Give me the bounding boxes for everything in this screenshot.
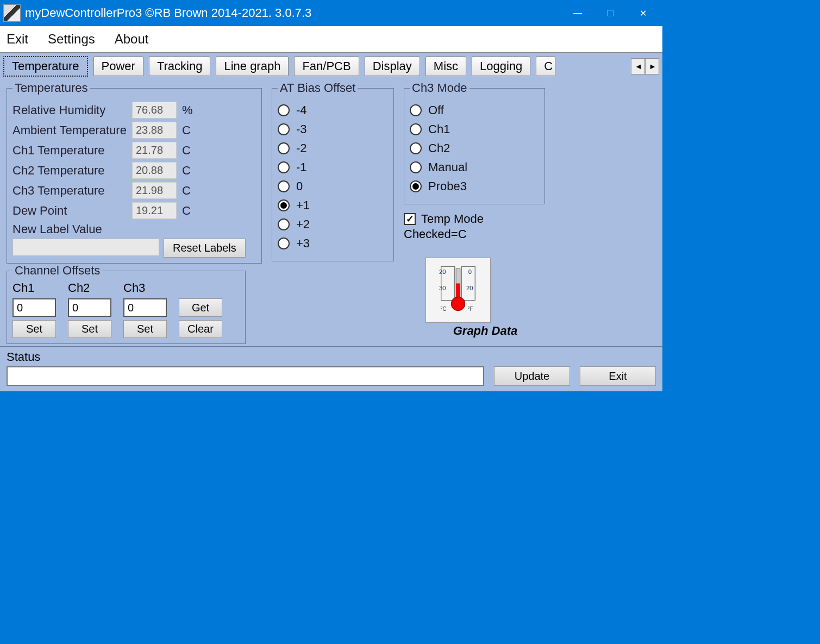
graph-data-label: Graph Data — [425, 324, 545, 338]
atbias-opt-m3[interactable]: -3 — [278, 122, 388, 136]
at-value: 23.88 — [132, 122, 177, 139]
atbias-opt-p2[interactable]: +2 — [278, 217, 388, 232]
exit-button[interactable]: Exit — [580, 366, 656, 386]
atbias-opt-m4[interactable]: -4 — [278, 103, 388, 117]
menu-settings[interactable]: Settings — [48, 32, 95, 47]
tempmode-checkbox[interactable]: Temp Mode — [404, 212, 545, 226]
ch3-label: Ch3 Temperature — [12, 184, 132, 198]
svg-text:20: 20 — [439, 268, 446, 275]
ch3mode-legend: Ch3 Mode — [410, 81, 470, 95]
maximize-button[interactable]: ☐ — [594, 2, 627, 24]
at-unit: C — [182, 123, 191, 137]
offset-ch1-input[interactable] — [12, 298, 56, 317]
ch3-value: 21.98 — [132, 182, 177, 199]
offset-ch3-label: Ch3 — [123, 281, 167, 295]
svg-point-4 — [452, 297, 465, 311]
rh-value: 76.68 — [132, 102, 177, 118]
atbias-opt-0[interactable]: 0 — [278, 179, 388, 193]
atbias-group: AT Bias Offset -4 -3 -2 -1 0 +1 +2 +3 — [272, 81, 394, 261]
dp-unit: C — [182, 204, 191, 218]
svg-text:20: 20 — [466, 285, 473, 291]
newlabel-input[interactable] — [12, 239, 159, 256]
reset-labels-button[interactable]: Reset Labels — [164, 239, 246, 258]
menu-about[interactable]: About — [115, 32, 149, 47]
offset-ch2-set[interactable]: Set — [68, 320, 111, 338]
tab-fanpcb[interactable]: Fan/PCB — [294, 57, 359, 76]
svg-text:30: 30 — [439, 285, 446, 291]
tab-scroll-left[interactable]: ◄ — [631, 58, 645, 74]
ch3-unit: C — [182, 184, 191, 198]
ch2-label: Ch2 Temperature — [12, 164, 132, 178]
client-area: Temperatures Relative Humidity76.68% Amb… — [0, 77, 662, 346]
tab-temperature[interactable]: Temperature — [3, 56, 88, 77]
temperatures-legend: Temperatures — [12, 81, 90, 95]
ch3mode-ch2[interactable]: Ch2 — [410, 141, 539, 155]
offset-ch1-set[interactable]: Set — [12, 320, 56, 338]
ch3mode-ch1[interactable]: Ch1 — [410, 122, 539, 136]
menu-exit[interactable]: Exit — [7, 32, 28, 47]
tab-logging[interactable]: Logging — [472, 57, 530, 76]
offset-ch2-label: Ch2 — [68, 281, 111, 295]
menubar: Exit Settings About — [0, 26, 662, 52]
offset-ch1-label: Ch1 — [12, 281, 56, 295]
minimize-button[interactable]: — — [561, 2, 594, 24]
tab-overflow[interactable]: C — [536, 57, 555, 76]
channel-offsets-group: Channel Offsets Ch1 Set Ch2 Set Ch3 — [7, 264, 246, 344]
check-icon — [404, 213, 416, 225]
rh-label: Relative Humidity — [12, 103, 132, 117]
tab-tracking[interactable]: Tracking — [149, 57, 211, 76]
atbias-legend: AT Bias Offset — [278, 81, 358, 95]
thermometer-icon[interactable]: 20 30 0 20 °C °F — [425, 258, 491, 323]
ch1-unit: C — [182, 143, 191, 158]
atbias-opt-m2[interactable]: -2 — [278, 141, 388, 155]
at-label: Ambient Temperature — [12, 123, 132, 137]
ch3mode-manual[interactable]: Manual — [410, 160, 539, 174]
titlebar: myDewControllerPro3 ©RB Brown 2014-2021.… — [0, 0, 662, 26]
statusbar: Status Update Exit — [0, 346, 662, 391]
offset-ch3-input[interactable] — [123, 298, 167, 317]
close-button[interactable]: ✕ — [627, 2, 659, 24]
temperatures-group: Temperatures Relative Humidity76.68% Amb… — [7, 81, 262, 264]
ch2-value: 20.88 — [132, 162, 177, 179]
tabstrip: Temperature Power Tracking Line graph Fa… — [0, 52, 662, 77]
atbias-opt-p1[interactable]: +1 — [278, 198, 388, 212]
svg-text:°F: °F — [468, 306, 473, 312]
dp-value: 19.21 — [132, 202, 177, 219]
tab-linegraph[interactable]: Line graph — [216, 57, 289, 76]
ch3mode-off[interactable]: Off — [410, 103, 539, 117]
window-title: myDewControllerPro3 ©RB Brown 2014-2021.… — [25, 6, 561, 20]
rh-unit: % — [182, 103, 193, 117]
offset-ch2-input[interactable] — [68, 298, 111, 317]
update-button[interactable]: Update — [494, 366, 570, 386]
ch3mode-probe3[interactable]: Probe3 — [410, 179, 539, 193]
atbias-opt-p3[interactable]: +3 — [278, 236, 388, 251]
tab-misc[interactable]: Misc — [425, 57, 466, 76]
app-icon — [3, 4, 21, 22]
atbias-opt-m1[interactable]: -1 — [278, 160, 388, 174]
offsets-legend: Channel Offsets — [12, 264, 102, 278]
status-input[interactable] — [7, 366, 484, 386]
svg-text:°C: °C — [441, 306, 447, 312]
tab-display[interactable]: Display — [365, 57, 420, 76]
tab-power[interactable]: Power — [93, 57, 143, 76]
ch1-value: 21.78 — [132, 142, 177, 159]
offset-ch3-set[interactable]: Set — [123, 320, 167, 338]
offset-get-button[interactable]: Get — [179, 298, 222, 317]
ch2-unit: C — [182, 164, 191, 178]
ch1-label: Ch1 Temperature — [12, 143, 132, 158]
offset-clear-button[interactable]: Clear — [179, 320, 222, 338]
ch3mode-group: Ch3 Mode Off Ch1 Ch2 Manual Probe3 — [404, 81, 545, 204]
tempmode-sub: Checked=C — [404, 227, 545, 241]
svg-text:0: 0 — [468, 268, 472, 275]
tab-scroll-right[interactable]: ► — [645, 58, 659, 74]
dp-label: Dew Point — [12, 204, 132, 218]
newlabel-label: New Label Value — [12, 222, 256, 236]
status-label: Status — [7, 350, 656, 364]
